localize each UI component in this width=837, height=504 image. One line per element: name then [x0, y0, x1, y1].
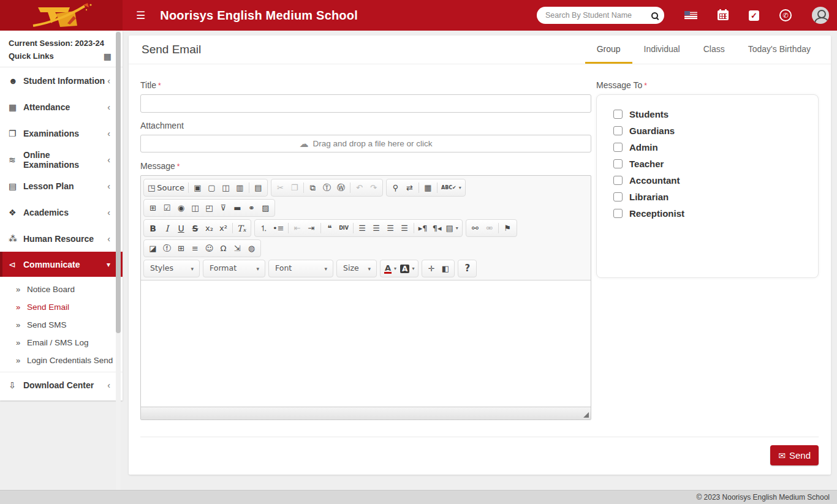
editor-btn-font-combo[interactable]: Font	[271, 261, 331, 276]
editor-btn-align-justify[interactable]: ☰	[398, 221, 412, 235]
sidebar-item-lesson-plan[interactable]: ▤ Lesson Plan	[0, 173, 123, 199]
editor-btn-paste-as-text[interactable]: Ⓣ	[320, 181, 334, 195]
sidebar-item-communicate[interactable]: ⊲ Communicate ▾	[0, 252, 123, 277]
menu-toggle-icon[interactable]: ☰	[136, 9, 145, 22]
tab-todays-birthday[interactable]: Today's Birthday	[737, 36, 822, 64]
recipient-option[interactable]: Teacher	[613, 159, 818, 169]
editor-btn-unlink[interactable]: ⚮	[482, 221, 496, 235]
sidebar-item-attendance[interactable]: ▦ Attendance	[0, 94, 123, 120]
editor-btn-background-color[interactable]: A	[398, 261, 416, 276]
editor-btn-bold[interactable]: B	[146, 221, 160, 235]
recipient-option[interactable]: Students	[613, 109, 818, 119]
editor-btn-superscript[interactable]: x²	[216, 221, 230, 235]
editor-btn-increase-indent[interactable]: ⇥	[305, 221, 319, 235]
editor-btn-decrease-indent[interactable]: ⇤	[290, 221, 305, 235]
editor-btn-special-character[interactable]: Ω	[216, 241, 230, 255]
editor-btn-align-right[interactable]: ☰	[384, 221, 398, 235]
whatsapp-icon[interactable]: ✆	[779, 9, 792, 21]
sidebar-item-online-examinations[interactable]: ≋ Online Examinations	[0, 146, 123, 173]
editor-btn-textarea-field[interactable]: ◰	[202, 201, 216, 215]
editor-btn-text-color[interactable]: A	[382, 261, 398, 276]
sidebar-item-examinations[interactable]: ❐ Examinations	[0, 120, 123, 146]
sidebar-scrollbar-thumb[interactable]	[116, 32, 121, 333]
editor-btn-flash[interactable]: ⓕ	[160, 241, 174, 255]
editor-btn-paste-from-word[interactable]: Ⓦ	[334, 181, 348, 195]
sidebar-item-student-information[interactable]: ☻ Student Information	[0, 67, 123, 94]
recipient-option[interactable]: Admin	[613, 142, 818, 152]
school-logo[interactable]	[0, 0, 123, 31]
sidebar-item-human-resource[interactable]: ⁂ Human Resource	[0, 225, 123, 252]
attachment-dropzone[interactable]: ☁ Drag and drop a file here or click	[140, 135, 591, 152]
editor-btn-replace[interactable]: ⇄	[403, 181, 417, 195]
sidebar-subitem-notice-board[interactable]: » Notice Board	[0, 280, 123, 298]
editor-btn-new-page[interactable]: ▢	[205, 181, 219, 195]
message-editor-area[interactable]	[141, 280, 591, 407]
editor-btn-blockquote[interactable]: ❝	[323, 221, 337, 235]
editor-btn-anchor[interactable]: ⚑	[501, 221, 515, 235]
recipient-option[interactable]: Receptionist	[613, 208, 818, 219]
editor-btn-preview[interactable]: ◫	[219, 181, 233, 195]
sidebar-item-download-center[interactable]: ⇩ Download Center	[0, 372, 123, 398]
sidebar-subitem-send-email[interactable]: » Send Email	[0, 298, 123, 316]
editor-btn-remove-format[interactable]: Tₓ	[235, 221, 249, 235]
editor-btn-table[interactable]: ⊞	[174, 241, 188, 255]
editor-btn-paste[interactable]: ⧉	[306, 181, 320, 195]
editor-btn-radio-field[interactable]: ◉	[174, 201, 188, 215]
student-search[interactable]	[537, 7, 664, 24]
editor-btn-italic[interactable]: I	[160, 221, 174, 235]
title-input[interactable]	[140, 94, 591, 113]
checkbox-icon[interactable]	[613, 126, 623, 135]
editor-btn-page-break[interactable]: ⇲	[230, 241, 244, 255]
editor-btn-show-blocks[interactable]: ◧	[438, 261, 452, 276]
editor-btn-div-container[interactable]: DIV	[337, 221, 351, 235]
editor-btn-bulleted-list[interactable]: •≡	[271, 221, 286, 235]
search-icon[interactable]	[651, 12, 658, 19]
editor-btn-styles-combo[interactable]: Styles	[146, 261, 197, 276]
editor-btn-text-field[interactable]: ◫	[188, 201, 202, 215]
editor-btn-spell-check[interactable]: ABC✔	[439, 181, 463, 195]
editor-btn-button-field[interactable]: ▬	[230, 201, 244, 215]
sidebar-subitem-send-sms[interactable]: » Send SMS	[0, 316, 123, 334]
editor-btn-iframe[interactable]: ◍	[244, 241, 259, 255]
editor-btn-cut[interactable]: ✂	[273, 181, 287, 195]
editor-btn-text-direction-ltr[interactable]: ▸¶	[416, 221, 430, 235]
editor-btn-source[interactable]: ◳ Source	[146, 181, 186, 195]
editor-btn-checkbox-field[interactable]: ☑	[160, 201, 174, 215]
editor-btn-text-direction-rtl[interactable]: ¶◂	[430, 221, 444, 235]
editor-btn-image[interactable]: ◪	[146, 241, 160, 255]
recipient-option[interactable]: Accountant	[613, 175, 818, 186]
editor-btn-print[interactable]: ▥	[233, 181, 247, 195]
editor-btn-form-field[interactable]: ⊞	[146, 201, 160, 215]
editor-btn-select-all[interactable]: ▦	[421, 181, 435, 195]
editor-btn-redo[interactable]: ↷	[366, 181, 381, 195]
editor-btn-image-button-field[interactable]: ⚭	[244, 201, 259, 215]
send-button[interactable]: ✉ Send	[770, 445, 819, 465]
editor-btn-subscript[interactable]: x₂	[202, 221, 216, 235]
editor-resize-handle[interactable]	[583, 412, 589, 418]
user-avatar[interactable]	[812, 7, 829, 24]
editor-btn-format-combo[interactable]: Format	[205, 261, 263, 276]
editor-btn-smiley[interactable]: ☺	[202, 241, 216, 255]
checkbox-icon[interactable]	[613, 192, 623, 201]
recipient-option[interactable]: Guardians	[613, 126, 818, 136]
editor-btn-underline[interactable]: U	[174, 221, 188, 235]
editor-btn-save[interactable]: ▣	[191, 181, 205, 195]
tab-group[interactable]: Group	[585, 36, 632, 64]
editor-btn-find[interactable]: ⚲	[388, 181, 403, 195]
editor-btn-templates[interactable]: ▤	[251, 181, 265, 195]
sidebar-subitem-email-sms-log[interactable]: » Email / SMS Log	[0, 334, 123, 352]
quick-links-grid-icon[interactable]: ▦	[104, 52, 112, 61]
language-flag-icon[interactable]	[684, 11, 697, 20]
checkbox-icon[interactable]	[613, 209, 623, 218]
editor-btn-language[interactable]: ▤	[444, 221, 460, 235]
recipient-option[interactable]: Librarian	[613, 192, 818, 202]
editor-btn-align-left[interactable]: ☰	[355, 221, 369, 235]
editor-btn-undo[interactable]: ↶	[352, 181, 366, 195]
editor-btn-size-combo[interactable]: Size	[339, 261, 374, 276]
search-input[interactable]	[545, 11, 651, 20]
tasks-icon[interactable]: ✓	[749, 10, 759, 21]
editor-btn-align-center[interactable]: ☰	[369, 221, 384, 235]
checkbox-icon[interactable]	[613, 143, 623, 152]
calendar-icon[interactable]	[718, 10, 729, 20]
editor-btn-strikethrough[interactable]: S	[188, 221, 202, 235]
